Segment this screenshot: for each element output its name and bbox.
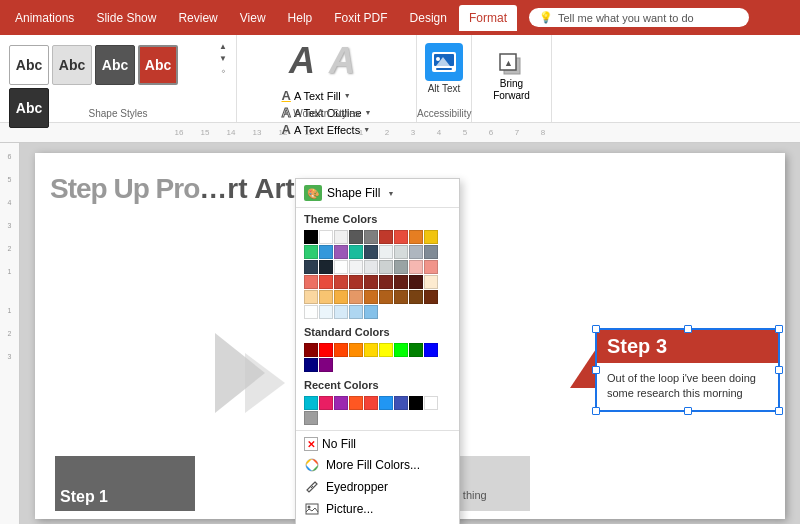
color-swatch[interactable] [379, 245, 393, 259]
color-swatch[interactable] [364, 230, 378, 244]
menu-review[interactable]: Review [168, 5, 227, 31]
menu-format[interactable]: Format [459, 5, 517, 31]
menu-foxit[interactable]: Foxit PDF [324, 5, 397, 31]
color-swatch[interactable] [394, 396, 408, 410]
color-swatch[interactable] [424, 245, 438, 259]
color-swatch[interactable] [379, 343, 393, 357]
color-swatch[interactable] [394, 245, 408, 259]
shape-style-2[interactable]: Abc [52, 45, 92, 85]
color-swatch[interactable] [334, 230, 348, 244]
color-swatch[interactable] [349, 305, 363, 319]
handle-tm[interactable] [684, 325, 692, 333]
color-swatch[interactable] [409, 396, 423, 410]
color-swatch[interactable] [394, 343, 408, 357]
alt-text-button[interactable] [425, 43, 463, 81]
scroll-up-arrow[interactable]: ▲ [216, 40, 230, 52]
color-swatch[interactable] [319, 230, 333, 244]
text-fill-button[interactable]: A A Text Fill ▼ [280, 87, 374, 104]
color-swatch[interactable] [334, 343, 348, 357]
color-swatch[interactable] [319, 245, 333, 259]
handle-tl[interactable] [592, 325, 600, 333]
color-swatch[interactable] [364, 290, 378, 304]
step3-box[interactable]: Step 3 Out of the loop i've been doing s… [595, 328, 780, 412]
color-swatch[interactable] [334, 396, 348, 410]
color-swatch[interactable] [379, 230, 393, 244]
scroll-down-arrow[interactable]: ▼ [216, 52, 230, 64]
shape-style-4[interactable]: Abc [138, 45, 178, 85]
color-swatch[interactable] [349, 230, 363, 244]
color-swatch[interactable] [319, 275, 333, 289]
color-swatch[interactable] [409, 275, 423, 289]
color-swatch[interactable] [349, 396, 363, 410]
color-swatch[interactable] [334, 290, 348, 304]
color-swatch[interactable] [424, 343, 438, 357]
color-swatch[interactable] [334, 260, 348, 274]
text-fill-arrow[interactable]: ▼ [344, 92, 351, 99]
color-swatch[interactable] [319, 358, 333, 372]
menu-view[interactable]: View [230, 5, 276, 31]
menu-animations[interactable]: Animations [5, 5, 84, 31]
color-swatch[interactable] [304, 245, 318, 259]
search-bar[interactable]: 💡 Tell me what you want to do [529, 8, 749, 27]
color-swatch[interactable] [379, 290, 393, 304]
shape-style-1[interactable]: Abc [9, 45, 49, 85]
color-swatch[interactable] [304, 230, 318, 244]
color-swatch[interactable] [364, 275, 378, 289]
wordart-a-light[interactable]: A [329, 40, 364, 82]
color-swatch[interactable] [409, 260, 423, 274]
color-swatch[interactable] [364, 305, 378, 319]
color-swatch[interactable] [409, 290, 423, 304]
color-swatch[interactable] [349, 343, 363, 357]
color-swatch[interactable] [424, 290, 438, 304]
color-swatch[interactable] [319, 305, 333, 319]
color-swatch[interactable] [304, 275, 318, 289]
color-swatch[interactable] [304, 290, 318, 304]
text-effects-button[interactable]: A A Text Effects ▼ [280, 121, 374, 138]
no-fill-button[interactable]: ✕ No Fill [296, 434, 459, 454]
color-swatch[interactable] [394, 290, 408, 304]
color-swatch[interactable] [349, 245, 363, 259]
color-swatch[interactable] [349, 290, 363, 304]
slide-area[interactable]: Step Up Pro … rt Art [20, 143, 800, 524]
gradient-button[interactable]: Gradient ▶ [296, 520, 459, 524]
color-swatch[interactable] [379, 396, 393, 410]
color-swatch[interactable] [334, 245, 348, 259]
wordart-a-dark[interactable]: A [289, 40, 324, 82]
picture-button[interactable]: Picture... [296, 498, 459, 520]
shape-style-3[interactable]: Abc [95, 45, 135, 85]
color-swatch[interactable] [304, 358, 318, 372]
handle-mr[interactable] [775, 366, 783, 374]
color-swatch[interactable] [349, 260, 363, 274]
bring-forward-button[interactable]: ▲ Bring Forward [480, 43, 543, 105]
color-swatch[interactable] [349, 275, 363, 289]
color-swatch[interactable] [364, 343, 378, 357]
color-swatch[interactable] [409, 343, 423, 357]
color-swatch[interactable] [379, 275, 393, 289]
color-swatch[interactable] [424, 396, 438, 410]
shape-fill-header[interactable]: 🎨 Shape Fill ▼ [296, 179, 459, 208]
color-swatch[interactable] [394, 275, 408, 289]
more-fill-colors-button[interactable]: More Fill Colors... [296, 454, 459, 476]
handle-ml[interactable] [592, 366, 600, 374]
color-swatch[interactable] [304, 305, 318, 319]
color-swatch[interactable] [334, 305, 348, 319]
color-swatch[interactable] [424, 260, 438, 274]
color-swatch[interactable] [304, 260, 318, 274]
eyedropper-button[interactable]: Eyedropper [296, 476, 459, 498]
scroll-expand-arrow[interactable]: ⬦ [216, 64, 230, 76]
color-swatch[interactable] [334, 275, 348, 289]
color-swatch[interactable] [394, 260, 408, 274]
color-swatch[interactable] [409, 245, 423, 259]
color-swatch[interactable] [304, 396, 318, 410]
color-swatch[interactable] [304, 411, 318, 425]
menu-help[interactable]: Help [278, 5, 323, 31]
color-swatch[interactable] [319, 396, 333, 410]
menu-design[interactable]: Design [400, 5, 457, 31]
step1-box[interactable]: Step 1 [55, 456, 195, 511]
color-swatch[interactable] [394, 230, 408, 244]
color-swatch[interactable] [319, 343, 333, 357]
color-swatch[interactable] [424, 230, 438, 244]
color-swatch[interactable] [409, 230, 423, 244]
handle-bl[interactable] [592, 407, 600, 415]
menu-slideshow[interactable]: Slide Show [86, 5, 166, 31]
